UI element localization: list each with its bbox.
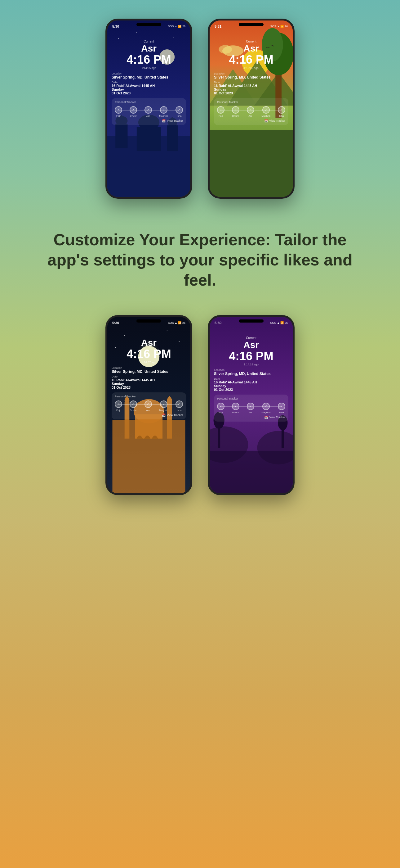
dot-circle: ✓: [278, 403, 285, 410]
current-label: Current: [214, 336, 288, 340]
dot-circle: ✓: [115, 400, 122, 408]
headline-text: Customize Your Experience: Tailor the ap…: [43, 230, 357, 290]
status-time: 5:30: [112, 321, 119, 325]
dot-circle: ✓: [278, 106, 285, 114]
view-tracker-button[interactable]: 📅 View Tracker: [217, 416, 285, 419]
dot-label: Dhuhr: [232, 115, 239, 117]
location-label: Location: [214, 72, 288, 75]
gregorian-date: 01 Oct 2023: [112, 385, 186, 389]
dot-label: Isha: [177, 409, 181, 412]
dot-circle: ✓: [144, 400, 152, 408]
dot-circle: ✓: [247, 403, 254, 410]
tracker-section: Personal Tracker ✓ Fajr ✓ Dhuhr ✓ Asr: [214, 98, 288, 125]
dot-circle: ✓: [232, 106, 239, 114]
dot-circle: ✓: [160, 106, 167, 114]
status-time: 5:31: [214, 25, 222, 28]
phone-content: Asr 4:16 PM 1:14:37 ago Location Silver …: [107, 328, 190, 493]
phone-notch: [136, 23, 161, 26]
location-label: Location: [112, 366, 186, 369]
prayer-time: 4:16 PM: [112, 53, 186, 66]
tracker-section: Personal Tracker ✓ Fajr ✓ Dhuhr ✓ Asr: [112, 98, 186, 125]
top-phones-row: 5:30 SOS ▲ 📶 26 Current Asr 4:16 PM 1:14…: [105, 19, 295, 199]
location-section: Location Silver Spring, MD, United State…: [214, 369, 288, 376]
dot-label: Asr: [249, 411, 253, 414]
time-ago: 1:14:05 ago: [112, 66, 186, 69]
prayer-dots: ✓ Fajr ✓ Dhuhr ✓ Asr ✓: [115, 400, 183, 412]
location-section: Location Silver Spring, MD, United State…: [112, 72, 186, 80]
tracker-title: Personal Tracker: [217, 101, 285, 104]
view-tracker-label: View Tracker: [167, 413, 183, 416]
prayer-dot-isha: ✓ Isha: [175, 106, 183, 117]
dot-label: Dhuhr: [232, 411, 239, 414]
prayer-time: 4:16 PM: [112, 348, 186, 361]
phone-phone-dark-blue: 5:30 SOS ▲ 📶 26 Current Asr 4:16 PM 1:14…: [105, 19, 192, 199]
dot-label: Maghrib: [261, 115, 270, 117]
hijri-date: 16 Rabi' Al-Awwal 1445 AH: [214, 380, 288, 384]
date-section: Date 16 Rabi' Al-Awwal 1445 AH Sunday 01…: [214, 377, 288, 392]
date-label: Date: [214, 81, 288, 84]
dot-circle: ✓: [262, 106, 270, 114]
status-icons: SOS ▲ 📶 26: [168, 25, 186, 28]
dot-circle: ✓: [115, 106, 122, 114]
dot-label: Maghrib: [159, 115, 168, 117]
hijri-date: 16 Rabi' Al-Awwal 1445 AH: [112, 378, 186, 382]
prayer-dot-asr: ✓ Asr: [247, 403, 254, 414]
status-icons: SOS ▲ 📶 26: [168, 321, 186, 324]
dot-label: Dhuhr: [130, 115, 137, 117]
phone-phone-mosque: 5:30 SOS ▲ 📶 26 Asr 4:16 PM 1:14:37 ago …: [105, 315, 192, 495]
tracker-title: Personal Tracker: [217, 397, 285, 400]
bottom-phones-row: 5:30 SOS ▲ 📶 26 Asr 4:16 PM 1:14:37 ago …: [105, 315, 295, 495]
location-value: Silver Spring, MD, United States: [214, 372, 288, 376]
dot-circle: ✓: [144, 106, 152, 114]
view-tracker-label: View Tracker: [269, 119, 285, 122]
prayer-name: Asr: [112, 337, 186, 348]
prayer-dots: ✓ Fajr ✓ Dhuhr ✓ Asr ✓: [217, 106, 285, 117]
view-tracker-label: View Tracker: [269, 416, 285, 419]
prayer-dot-fajr: ✓ Fajr: [217, 403, 225, 414]
view-tracker-button[interactable]: 📅 View Tracker: [115, 413, 183, 417]
day-of-week: Sunday: [214, 384, 288, 388]
view-tracker-button[interactable]: 📅 View Tracker: [115, 119, 183, 123]
dot-circle: ✓: [232, 403, 239, 410]
dot-label: Fajr: [116, 409, 121, 412]
dot-label: Fajr: [219, 411, 223, 414]
prayer-dot-isha: ✓ Isha: [278, 403, 285, 414]
prayer-dot-isha: ✓ Isha: [278, 106, 285, 117]
gregorian-date: 01 Oct 2023: [214, 91, 288, 95]
prayer-dot-asr: ✓ Asr: [144, 400, 152, 412]
status-icons: SOS ▲ 📶 26: [270, 25, 288, 28]
dot-label: Asr: [146, 409, 150, 412]
dot-circle: ✓: [130, 400, 137, 408]
location-value: Silver Spring, MD, United States: [214, 75, 288, 80]
current-label: Current: [214, 40, 288, 43]
prayer-dot-fajr: ✓ Fajr: [217, 106, 225, 117]
phone-content: Current Asr 4:16 PM 1:15:05 ago Location…: [210, 32, 293, 197]
location-section: Location Silver Spring, MD, United State…: [112, 366, 186, 374]
tracker-title: Personal Tracker: [115, 395, 183, 398]
prayer-dot-dhuhr: ✓ Dhuhr: [130, 106, 137, 117]
date-section: Date 16 Rabi' Al-Awwal 1445 AH Sunday 01…: [214, 81, 288, 95]
prayer-dot-maghrib: ✓ Maghrib: [261, 403, 270, 414]
hijri-date: 16 Rabi' Al-Awwal 1445 AH: [112, 84, 186, 88]
dot-circle: ✓: [217, 403, 225, 410]
dot-circle: ✓: [247, 106, 254, 114]
status-icons: SOS ▲ 📶 26: [270, 321, 288, 324]
date-section: Date 16 Rabi' Al-Awwal 1445 AH Sunday 01…: [112, 81, 186, 95]
prayer-time: 4:16 PM: [214, 350, 288, 363]
status-time: 5:30: [112, 25, 119, 28]
time-ago: 1:14:37 ago: [112, 361, 186, 364]
gregorian-date: 01 Oct 2023: [112, 91, 186, 95]
dot-label: Fajr: [116, 115, 121, 117]
day-of-week: Sunday: [112, 382, 186, 385]
headline-section: Customize Your Experience: Tailor the ap…: [12, 217, 388, 303]
prayer-name: Asr: [214, 340, 288, 350]
dot-label: Maghrib: [159, 409, 168, 412]
dot-circle: ✓: [175, 106, 183, 114]
phone-notch: [136, 319, 161, 322]
prayer-dot-isha: ✓ Isha: [175, 400, 183, 412]
dot-label: Asr: [146, 115, 150, 117]
dot-label: Dhuhr: [130, 409, 137, 412]
prayer-name: Asr: [214, 43, 288, 53]
view-tracker-button[interactable]: 📅 View Tracker: [217, 119, 285, 123]
phone-phone-forest: 5:31 SOS ▲ 📶 26 Current Asr 4:16 PM 1:15…: [208, 19, 295, 199]
